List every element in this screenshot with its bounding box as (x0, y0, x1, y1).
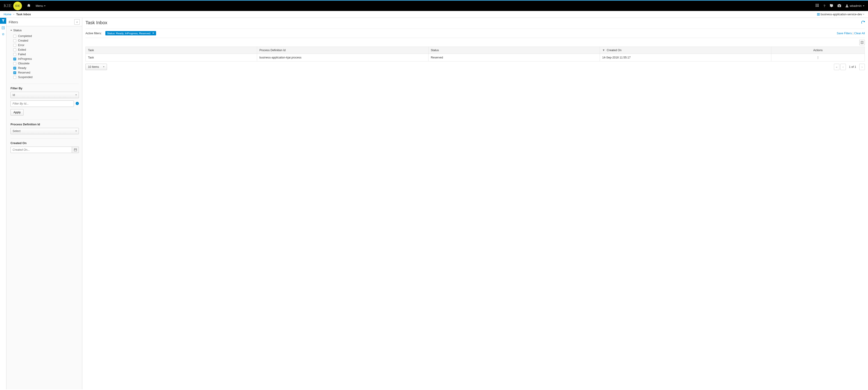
svg-rect-0 (816, 4, 816, 5)
status-group-toggle[interactable]: Status (10, 29, 79, 32)
filter-tab-icon[interactable] (0, 18, 6, 24)
divider (10, 84, 79, 84)
checkbox[interactable] (13, 71, 16, 74)
clear-all-link[interactable]: Clear All (854, 32, 865, 35)
checkbox[interactable] (13, 67, 16, 70)
gear-icon[interactable] (830, 4, 833, 8)
status-option-label: Obsolete (18, 62, 29, 65)
apply-button[interactable]: Apply (10, 109, 24, 116)
first-icon (836, 65, 837, 69)
camera-icon[interactable] (838, 4, 841, 8)
status-option-label: Suspended (18, 75, 32, 79)
active-filters-row: Active filters: Status: Ready, InProgres… (82, 29, 868, 38)
checkbox[interactable] (13, 35, 16, 38)
items-per-page-select[interactable]: 10 Items (86, 64, 107, 70)
checkbox[interactable] (13, 53, 16, 56)
pdi-value: Select (12, 129, 21, 133)
next-page-button[interactable] (859, 64, 865, 70)
svg-rect-1 (817, 4, 817, 5)
caret-down-icon (863, 14, 864, 15)
caret-down-icon (75, 95, 77, 95)
status-option[interactable]: Failed (13, 52, 79, 57)
status-option[interactable]: Completed (13, 34, 79, 38)
save-filters-link[interactable]: Save Filters (837, 32, 852, 35)
topbar-right: ? wbadmin (816, 4, 864, 8)
server-icon (817, 13, 820, 15)
items-label: 10 Items (88, 65, 99, 68)
checkbox[interactable] (13, 76, 16, 79)
cell-actions: ⋮ (771, 54, 865, 61)
status-option[interactable]: InProgress (13, 57, 79, 61)
col-status[interactable]: Status (428, 47, 600, 54)
pager: 1 of 1 (834, 64, 865, 70)
collapse-filters-button[interactable] (74, 19, 80, 25)
svg-rect-3 (816, 5, 816, 6)
tasks-table: Task Process Definition Id Status ▼ Crea… (86, 46, 865, 61)
svg-rect-9 (817, 13, 820, 14)
checkbox[interactable] (13, 48, 16, 52)
add-filter-icon[interactable] (0, 26, 6, 30)
created-on-input[interactable] (10, 147, 72, 153)
remove-filter-icon[interactable]: ✕ (152, 32, 154, 35)
page-title: Task Inbox (86, 20, 107, 25)
status-option[interactable]: Exited (13, 47, 79, 52)
status-option[interactable]: Created (13, 38, 79, 43)
status-option-label: Error (18, 43, 25, 47)
prev-page-button[interactable] (840, 64, 846, 70)
table-row[interactable]: Taskbusiness-application-kjar.processRes… (86, 54, 865, 61)
status-option[interactable]: Ready (13, 66, 79, 70)
home-icon[interactable] (27, 4, 31, 8)
columns-button[interactable] (859, 40, 865, 45)
status-label: Status (13, 29, 22, 32)
breadcrumb-separator: » (13, 13, 14, 15)
status-option[interactable]: Obsolete (13, 61, 79, 66)
filter-by-input[interactable] (10, 100, 74, 107)
cell-pdi: business-application-kjar.process (257, 54, 428, 61)
first-page-button[interactable] (834, 64, 839, 70)
filter-actions: Save Filters | Clear All (837, 32, 865, 35)
checkbox[interactable] (13, 44, 16, 47)
svg-rect-15 (74, 149, 76, 151)
col-task[interactable]: Task (86, 47, 257, 54)
caret-down-icon (75, 131, 77, 132)
pdi-select[interactable]: Select (10, 128, 79, 134)
calendar-button[interactable] (72, 147, 79, 153)
row-actions-menu[interactable]: ⋮ (816, 56, 819, 59)
checkbox[interactable] (13, 58, 16, 61)
breadcrumb: Home » Task Inbox business-application-s… (0, 11, 868, 18)
menu-dropdown[interactable]: Menu (36, 4, 45, 7)
svg-rect-4 (817, 5, 817, 6)
columns-icon (861, 41, 863, 44)
caret-down-icon (863, 5, 864, 6)
info-icon[interactable]: i (76, 102, 79, 106)
col-pdi[interactable]: Process Definition Id (257, 47, 428, 54)
filter-by-select[interactable]: Id (10, 92, 79, 98)
filters-panel: Filters Status CompletedCreatedErrorExit… (6, 18, 82, 389)
apps-icon[interactable] (816, 4, 819, 8)
refresh-button[interactable] (861, 21, 865, 25)
active-filters-label: Active filters: (86, 32, 102, 35)
refresh-icon (861, 21, 865, 24)
breadcrumb-home[interactable]: Home (4, 13, 11, 16)
divider (10, 138, 79, 139)
pagination-row: 10 Items 1 of 1 (82, 61, 868, 72)
favorites-icon[interactable] (0, 32, 6, 36)
checkbox[interactable] (13, 39, 16, 42)
svg-rect-7 (817, 6, 817, 7)
chevron-left-icon (76, 20, 78, 24)
col-created[interactable]: ▼ Created On (600, 47, 771, 54)
content-area: Task Inbox Active filters: Status: Ready… (82, 18, 868, 389)
svg-rect-16 (861, 41, 863, 44)
status-option[interactable]: Reserved (13, 70, 79, 75)
calendar-icon (74, 149, 77, 151)
user-icon (846, 5, 848, 7)
svg-rect-2 (818, 4, 818, 5)
help-icon[interactable]: ? (824, 4, 825, 8)
status-option[interactable]: Error (13, 43, 79, 47)
chevron-right-icon (862, 65, 863, 69)
top-navbar: KIE IDE Menu ? wbadmin (0, 0, 868, 11)
user-menu[interactable]: wbadmin (846, 4, 864, 7)
checkbox[interactable] (13, 62, 16, 65)
status-option[interactable]: Suspended (13, 75, 79, 79)
server-selector[interactable]: business-application-service-dev (817, 13, 864, 16)
